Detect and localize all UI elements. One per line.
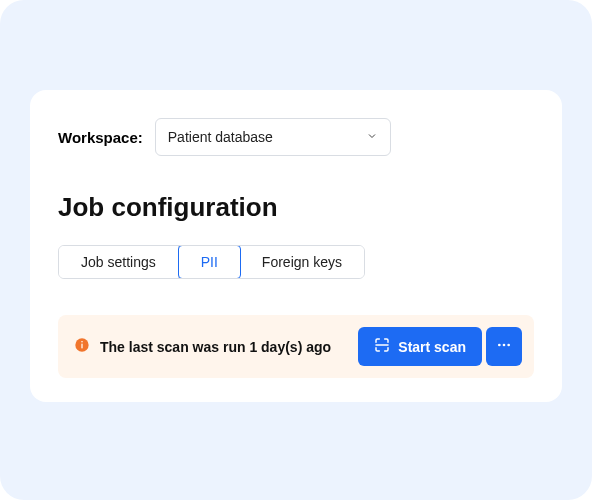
scan-button-group: Start scan [358, 327, 522, 366]
more-actions-button[interactable] [486, 327, 522, 366]
page-title: Job configuration [58, 192, 534, 223]
workspace-selected-value: Patient database [168, 129, 273, 145]
config-card: Workspace: Patient database Job configur… [30, 90, 562, 402]
banner-text: The last scan was run 1 day(s) ago [100, 339, 348, 355]
info-icon [74, 337, 90, 357]
tab-pii[interactable]: PII [178, 245, 241, 279]
scan-banner: The last scan was run 1 day(s) ago Start… [58, 315, 534, 378]
chevron-down-icon [366, 129, 378, 145]
page-background: Workspace: Patient database Job configur… [0, 0, 592, 500]
svg-point-6 [507, 344, 510, 347]
workspace-row: Workspace: Patient database [58, 118, 534, 156]
workspace-select[interactable]: Patient database [155, 118, 391, 156]
workspace-label: Workspace: [58, 129, 143, 146]
tab-job-settings[interactable]: Job settings [59, 246, 179, 278]
tabs: Job settings PII Foreign keys [58, 245, 365, 279]
tab-foreign-keys[interactable]: Foreign keys [240, 246, 364, 278]
svg-point-5 [503, 344, 506, 347]
svg-point-4 [498, 344, 501, 347]
dots-icon [496, 337, 512, 356]
svg-rect-1 [81, 343, 82, 348]
scan-icon [374, 337, 390, 356]
svg-rect-2 [81, 341, 82, 342]
start-scan-label: Start scan [398, 339, 466, 355]
start-scan-button[interactable]: Start scan [358, 327, 482, 366]
